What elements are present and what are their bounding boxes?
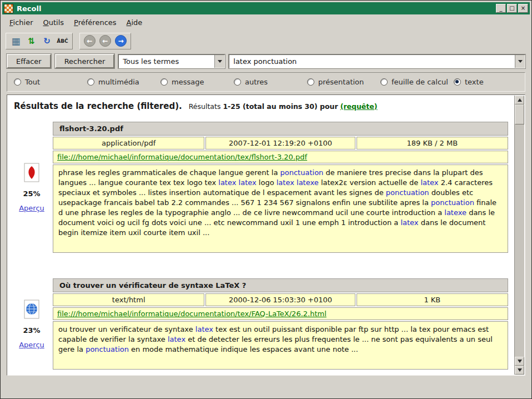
minimize-button[interactable]: _ xyxy=(496,4,506,13)
query-input[interactable] xyxy=(229,57,515,66)
result-item: 25% Aperçu flshort-3.20.pdf application/… xyxy=(12,121,509,254)
pdf-file-icon xyxy=(22,162,42,183)
close-button[interactable]: × xyxy=(518,4,528,13)
preview-link[interactable]: Aperçu xyxy=(19,204,44,212)
radio-icon xyxy=(87,78,94,86)
toolbar: ▦ ⇅ ↻ ÂBĈ ← ← → xyxy=(2,31,530,51)
radio-multimedia[interactable]: multimédia xyxy=(87,78,160,86)
menubar: Fichier Outils Préférences Aide xyxy=(2,14,530,31)
radio-presentation[interactable]: présentation xyxy=(307,78,380,86)
relevance-percent: 25% xyxy=(23,189,40,198)
result-url-link[interactable]: file:///home/michael/informatique/docume… xyxy=(57,153,307,161)
result-filename: Où trouver un vérificateur de syntaxe La… xyxy=(53,278,508,292)
scrollbar-thumb[interactable] xyxy=(515,104,524,124)
results-scrollbar[interactable] xyxy=(514,96,524,375)
radio-texte[interactable]: texte xyxy=(454,78,484,86)
result-table: Où trouver un vérificateur de syntaxe La… xyxy=(52,277,509,371)
result-snippet: ou trouver un verificateur de syntaxe la… xyxy=(53,321,508,370)
result-table: flshort-3.20.pdf application/pdf 2007-12… xyxy=(52,121,509,254)
menu-outils[interactable]: Outils xyxy=(38,17,69,28)
arrow-down-icon xyxy=(518,360,522,365)
scrollbar-trough[interactable] xyxy=(515,124,524,357)
bottom-strip xyxy=(2,376,530,397)
results-title: Résultats de la recherche (filtered). xyxy=(14,101,182,111)
result-date: 2000-12-06 15:03:30 +0100 xyxy=(205,293,355,306)
results-header: Résultats de la recherche (filtered).Rés… xyxy=(12,100,509,111)
radio-autres[interactable]: autres xyxy=(234,78,307,86)
results-count: 1-25 (total au moins 30) pour xyxy=(223,102,338,111)
sort-icon[interactable]: ⇅ xyxy=(24,34,38,48)
results-area: Résultats de la recherche (filtered).Rés… xyxy=(7,94,525,376)
menu-aide[interactable]: Aide xyxy=(122,17,148,28)
result-mime: application/pdf xyxy=(53,137,204,149)
titlebar[interactable]: Recoll _ □ × xyxy=(2,2,530,14)
result-url-link[interactable]: file:///home/michael/informatique/docume… xyxy=(57,310,327,318)
radio-icon xyxy=(234,78,241,86)
radio-label: feuille de calcul xyxy=(392,78,448,86)
result-size: 1 KB xyxy=(357,293,508,306)
page-prev-icon[interactable]: ← xyxy=(98,34,112,48)
result-side: 25% Aperçu xyxy=(12,121,52,254)
page-next-icon[interactable]: → xyxy=(114,34,128,48)
radio-icon xyxy=(380,78,388,86)
menu-preferences[interactable]: Préférences xyxy=(69,17,121,28)
search-mode-select[interactable]: Tous les termes xyxy=(118,54,225,68)
clear-button[interactable]: Effacer xyxy=(7,54,51,68)
query-table-icon[interactable]: ▦ xyxy=(9,34,23,48)
app-icon xyxy=(4,4,13,13)
scroll-up-button[interactable] xyxy=(515,96,524,104)
chevron-down-icon[interactable] xyxy=(515,55,525,68)
result-filename: flshort-3.20.pdf xyxy=(53,122,508,136)
radio-tout[interactable]: Tout xyxy=(14,78,87,86)
results-count-prefix: Résultats xyxy=(189,102,221,111)
radio-icon xyxy=(14,78,21,86)
menu-fichier[interactable]: Fichier xyxy=(4,17,38,28)
radio-label: Tout xyxy=(25,78,40,86)
toolbar-group-tools: ▦ ⇅ ↻ ÂBĈ xyxy=(6,33,73,49)
result-date: 2007-12-01 12:19:20 +0100 xyxy=(205,137,355,149)
search-row: Effacer Rechercher Tous les termes xyxy=(2,51,530,72)
toolbar-group-paging: ← ← → xyxy=(79,33,131,49)
search-button[interactable]: Rechercher xyxy=(55,54,115,68)
result-mime: text/html xyxy=(53,293,204,306)
radio-label: autres xyxy=(245,78,268,86)
relevance-percent: 23% xyxy=(23,326,40,335)
result-side: 23% Aperçu xyxy=(12,277,52,371)
arrow-down-icon xyxy=(518,368,522,374)
category-filter: Tout multimédia message autres présentat… xyxy=(7,72,525,92)
search-mode-value: Tous les termes xyxy=(119,57,214,66)
radio-label: multimédia xyxy=(98,78,139,86)
query-combo[interactable] xyxy=(229,54,525,68)
scroll-down-button-outer[interactable] xyxy=(515,366,524,375)
html-file-icon xyxy=(22,299,42,320)
history-icon[interactable]: ↻ xyxy=(40,34,54,48)
result-snippet: phrase les regles grammaticales de chaqu… xyxy=(53,164,508,253)
arrow-up-icon xyxy=(518,96,522,102)
query-link[interactable]: (requête) xyxy=(340,102,378,111)
radio-icon xyxy=(454,78,461,86)
radio-feuille-de-calcul[interactable]: feuille de calcul xyxy=(380,78,454,86)
scroll-down-button[interactable] xyxy=(515,357,524,366)
spellcheck-icon[interactable]: ÂBĈ xyxy=(56,34,69,48)
result-item: 23% Aperçu Où trouver un vérificateur de… xyxy=(12,277,509,371)
window-title: Recoll xyxy=(17,4,493,13)
window-controls: _ □ × xyxy=(496,4,528,13)
page-first-icon[interactable]: ← xyxy=(83,34,97,48)
results-list: Résultats de la recherche (filtered).Rés… xyxy=(7,95,525,375)
chevron-down-icon[interactable] xyxy=(214,55,224,68)
recoll-window: Recoll _ □ × Fichier Outils Préférences … xyxy=(0,0,532,399)
radio-label: texte xyxy=(465,78,484,86)
preview-link[interactable]: Aperçu xyxy=(19,341,44,349)
radio-message[interactable]: message xyxy=(160,78,234,86)
radio-icon xyxy=(160,78,168,86)
result-size: 189 KB / 2 MB xyxy=(357,137,508,149)
radio-label: présentation xyxy=(318,78,364,86)
radio-icon xyxy=(307,78,314,86)
maximize-button[interactable]: □ xyxy=(507,4,517,13)
radio-label: message xyxy=(172,78,204,86)
